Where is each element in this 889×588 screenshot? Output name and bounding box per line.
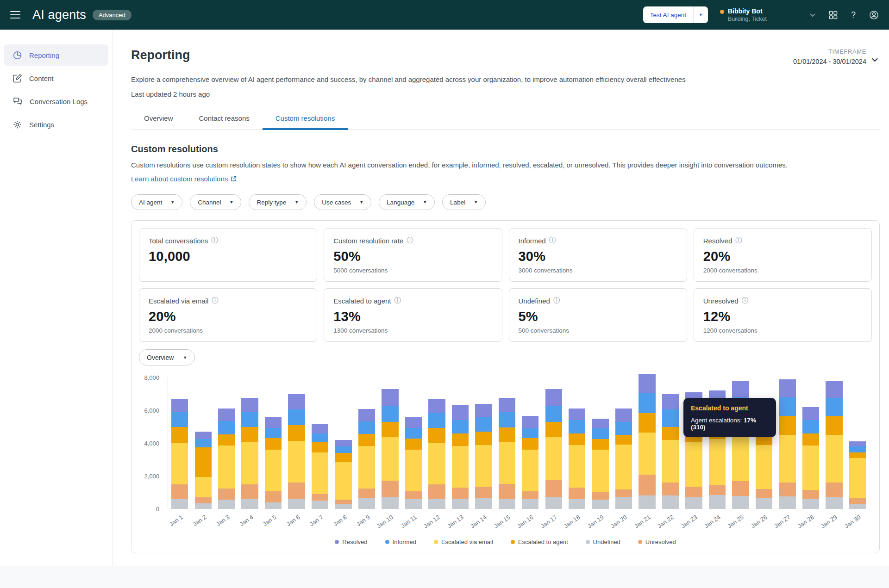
bar-segment-resolved[interactable] (195, 432, 212, 439)
bar-segment-escalated-to-agent[interactable] (592, 439, 609, 450)
chevron-down-icon[interactable] (808, 10, 818, 20)
bar-segment-resolved[interactable] (382, 389, 398, 406)
bar-segment-informed[interactable] (382, 406, 398, 422)
bar-segment-undefined[interactable] (592, 500, 609, 509)
bar-segment-resolved[interactable] (218, 409, 235, 421)
bar-segment-escalated-via-email[interactable] (335, 462, 351, 500)
stacked-bar[interactable] (615, 409, 632, 509)
bar-segment-unresolved[interactable] (475, 487, 492, 498)
bar-segment-informed[interactable] (849, 446, 866, 452)
bar-segment-escalated-via-email[interactable] (662, 440, 679, 483)
bar-segment-unresolved[interactable] (709, 485, 726, 495)
bar-segment-undefined[interactable] (615, 497, 632, 509)
bar-segment-informed[interactable] (615, 422, 632, 435)
bar-segment-informed[interactable] (475, 417, 492, 432)
bar-segment-escalated-to-agent[interactable] (335, 453, 351, 462)
bar-segment-resolved[interactable] (452, 405, 469, 420)
bar-segment-escalated-via-email[interactable] (405, 450, 422, 492)
stacked-bar[interactable] (405, 417, 422, 509)
bar-segment-resolved[interactable] (358, 409, 375, 422)
bar-segment-escalated-via-email[interactable] (499, 442, 515, 484)
bar-jan-28[interactable] (799, 378, 822, 509)
learn-about-link[interactable]: Learn about custom resolutions (131, 175, 237, 183)
info-icon[interactable]: ⓘ (394, 297, 401, 305)
bar-segment-undefined[interactable] (241, 499, 258, 509)
sidebar-item-conversation-logs[interactable]: Conversation Logs (4, 91, 108, 112)
bar-segment-escalated-to-agent[interactable] (382, 422, 398, 437)
bar-segment-escalated-via-email[interactable] (218, 446, 235, 488)
bar-segment-escalated-via-email[interactable] (569, 445, 585, 488)
bar-jan-5[interactable] (262, 378, 285, 509)
bar-segment-resolved[interactable] (522, 416, 538, 428)
bar-segment-unresolved[interactable] (335, 500, 351, 504)
stacked-bar[interactable] (545, 389, 562, 509)
bar-segment-informed[interactable] (218, 421, 235, 434)
bar-segment-undefined[interactable] (405, 499, 422, 509)
bar-segment-undefined[interactable] (358, 498, 375, 509)
bar-segment-informed[interactable] (545, 406, 562, 422)
sidebar-item-reporting[interactable]: Reporting (4, 44, 108, 66)
bar-segment-escalated-to-agent[interactable] (428, 428, 445, 443)
legend-item-resolved[interactable]: Resolved (335, 538, 367, 545)
bar-segment-undefined[interactable] (288, 499, 305, 509)
stacked-bar[interactable] (382, 389, 398, 509)
bar-segment-escalated-to-agent[interactable] (195, 447, 212, 477)
bar-segment-undefined[interactable] (709, 495, 726, 509)
info-icon[interactable]: ⓘ (742, 297, 748, 305)
bar-segment-escalated-to-agent[interactable] (545, 422, 562, 438)
stacked-bar[interactable] (358, 409, 375, 509)
bar-segment-undefined[interactable] (732, 496, 749, 509)
bar-segment-escalated-to-agent[interactable] (662, 427, 679, 440)
bar-segment-undefined[interactable] (428, 499, 445, 509)
bar-segment-undefined[interactable] (452, 499, 469, 509)
stacked-bar[interactable] (265, 417, 282, 509)
bar-jan-11[interactable] (402, 378, 425, 509)
stacked-bar[interactable] (639, 374, 655, 509)
stacked-bar[interactable] (195, 432, 212, 509)
stacked-bar[interactable] (335, 440, 351, 509)
legend-item-informed[interactable]: Informed (385, 538, 416, 545)
info-icon[interactable]: ⓘ (212, 297, 218, 305)
bar-segment-undefined[interactable] (662, 495, 679, 509)
bar-segment-undefined[interactable] (569, 499, 585, 509)
bar-segment-escalated-to-agent[interactable] (358, 434, 375, 446)
bar-segment-informed[interactable] (358, 421, 375, 434)
bar-segment-undefined[interactable] (475, 498, 492, 509)
bar-segment-unresolved[interactable] (522, 491, 538, 499)
bar-segment-unresolved[interactable] (592, 492, 609, 500)
bar-jan-18[interactable] (565, 378, 588, 509)
bar-segment-escalated-to-agent[interactable] (452, 433, 469, 446)
bar-segment-undefined[interactable] (171, 499, 188, 509)
bar-segment-escalated-via-email[interactable] (522, 450, 538, 492)
bar-segment-resolved[interactable] (428, 399, 445, 413)
bar-segment-informed[interactable] (195, 439, 212, 447)
bar-jan-4[interactable] (238, 378, 261, 509)
bar-segment-resolved[interactable] (849, 441, 866, 446)
bar-segment-escalated-to-agent[interactable] (405, 439, 422, 449)
stacked-bar[interactable] (802, 407, 819, 509)
bar-segment-resolved[interactable] (545, 389, 562, 406)
bar-segment-resolved[interactable] (592, 419, 609, 428)
bar-segment-informed[interactable] (592, 428, 609, 439)
tab-overview[interactable]: Overview (131, 109, 186, 130)
bar-segment-escalated-to-agent[interactable] (569, 433, 585, 445)
bar-segment-escalated-to-agent[interactable] (826, 416, 842, 435)
bar-jan-1[interactable] (168, 378, 191, 509)
sidebar-item-settings[interactable]: Settings (4, 114, 108, 135)
bar-segment-unresolved[interactable] (171, 484, 188, 499)
bar-segment-escalated-to-agent[interactable] (312, 442, 328, 452)
bar-jan-10[interactable] (378, 378, 401, 509)
bar-segment-escalated-to-agent[interactable] (802, 433, 819, 446)
bar-segment-resolved[interactable] (779, 379, 795, 397)
bar-segment-undefined[interactable] (849, 504, 866, 509)
bar-segment-resolved[interactable] (171, 399, 188, 412)
bar-segment-resolved[interactable] (312, 424, 328, 433)
bar-jan-16[interactable] (519, 378, 542, 509)
bar-segment-unresolved[interactable] (615, 489, 632, 497)
bar-segment-unresolved[interactable] (218, 489, 235, 500)
filter-language[interactable]: Language▼ (379, 194, 435, 210)
bar-segment-unresolved[interactable] (662, 483, 679, 495)
sidebar-item-content[interactable]: Content (4, 68, 108, 89)
bar-segment-resolved[interactable] (405, 417, 422, 428)
bar-segment-informed[interactable] (241, 412, 258, 427)
